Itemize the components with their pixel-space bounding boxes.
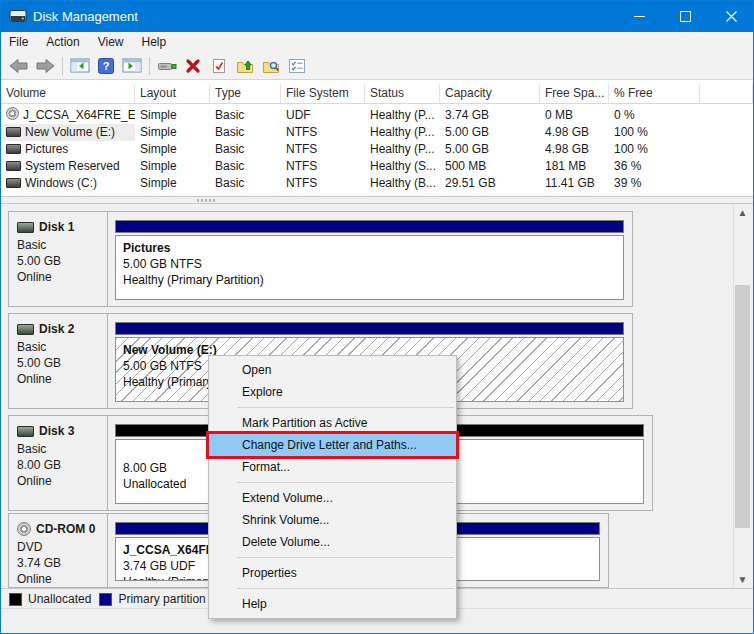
explore-folder-icon[interactable] xyxy=(259,55,283,77)
disk-size: 5.00 GB xyxy=(17,355,107,371)
cell-type: Basic xyxy=(210,107,281,124)
column-header-Free Spa...[interactable]: Free Spa... xyxy=(540,84,609,103)
disk-label[interactable]: Disk 2Basic5.00 GBOnline xyxy=(9,314,108,408)
menu-item-shrink-volume[interactable]: Shrink Volume... xyxy=(209,509,456,531)
cell-free: 4.98 GB xyxy=(540,124,609,141)
disk-kind: Basic xyxy=(17,441,107,457)
primary-partition-bar xyxy=(115,322,624,335)
column-header-Status[interactable]: Status xyxy=(365,84,440,103)
open-folder-icon[interactable] xyxy=(233,55,257,77)
cell-pct: 36 % xyxy=(609,158,700,175)
scroll-down-icon[interactable]: ▼ xyxy=(734,571,751,588)
column-header-File System[interactable]: File System xyxy=(281,84,365,103)
menu-item-mark-partition-as-active[interactable]: Mark Partition as Active xyxy=(209,412,456,434)
scroll-up-icon[interactable]: ▲ xyxy=(734,204,751,221)
cell-status: Healthy (P... xyxy=(365,141,440,158)
menu-item-explore[interactable]: Explore xyxy=(209,381,456,403)
menu-separator xyxy=(237,482,454,483)
mark-active-icon[interactable] xyxy=(207,55,231,77)
disk-label[interactable]: Disk 1Basic5.00 GBOnline xyxy=(9,212,108,306)
minimize-button[interactable] xyxy=(616,0,662,32)
disk-label[interactable]: CD-ROM 0DVD3.74 GBOnline xyxy=(9,514,108,587)
menu-separator xyxy=(237,407,454,408)
close-button[interactable] xyxy=(708,0,754,32)
volume-row-2[interactable]: New Volume (E:)SimpleBasicNTFSHealthy (P… xyxy=(1,124,753,141)
column-header-Volume[interactable]: Volume xyxy=(1,84,135,103)
cell-fs: NTFS xyxy=(281,175,365,192)
cell-capacity: 29.51 GB xyxy=(440,175,540,192)
partition-body[interactable]: Pictures5.00 GB NTFSHealthy (Primary Par… xyxy=(115,235,624,300)
disk-state: Online xyxy=(17,571,107,587)
menu-item-open[interactable]: Open xyxy=(209,359,456,381)
column-header-% Free[interactable]: % Free xyxy=(609,84,700,103)
menu-file[interactable]: File xyxy=(0,33,37,51)
menu-view[interactable]: View xyxy=(89,33,133,51)
cell-free: 11.41 GB xyxy=(540,175,609,192)
volume-name: J_CCSA_X64FRE_E... xyxy=(23,108,135,122)
volume-name: Windows (C:) xyxy=(25,176,97,190)
menu-item-delete-volume[interactable]: Delete Volume... xyxy=(209,531,456,553)
cell-fs: NTFS xyxy=(281,141,365,158)
legend-label: Unallocated xyxy=(28,592,91,606)
delete-volume-icon[interactable] xyxy=(181,55,205,77)
menu-item-extend-volume[interactable]: Extend Volume... xyxy=(209,487,456,509)
scrollbar-thumb[interactable] xyxy=(735,285,750,528)
drive-icon xyxy=(6,144,21,154)
disk-size: 3.74 GB xyxy=(17,555,107,571)
context-menu: OpenExploreMark Partition as ActiveChang… xyxy=(208,355,457,619)
cell-volume: J_CCSA_X64FRE_E... xyxy=(1,107,135,124)
column-header-blank[interactable] xyxy=(700,84,753,103)
svg-text:?: ? xyxy=(103,60,110,72)
drive-tool-icon[interactable] xyxy=(155,55,179,77)
disk-icon xyxy=(17,222,34,233)
disk-label[interactable]: Disk 3Basic8.00 GBOnline xyxy=(9,416,108,510)
forward-icon[interactable] xyxy=(33,55,57,77)
disk-state: Online xyxy=(17,269,107,285)
maximize-button[interactable] xyxy=(662,0,708,32)
column-header-Layout[interactable]: Layout xyxy=(135,84,210,103)
drive-icon xyxy=(6,161,21,171)
menu-help[interactable]: Help xyxy=(133,33,176,51)
partition-block[interactable]: Pictures5.00 GB NTFSHealthy (Primary Par… xyxy=(115,220,624,300)
pane-splitter[interactable] xyxy=(1,196,753,204)
cell-capacity: 3.74 GB xyxy=(440,107,540,124)
volume-row-1[interactable]: J_CCSA_X64FRE_E...SimpleBasicUDFHealthy … xyxy=(1,107,753,124)
disk-row-disk-1[interactable]: Disk 1Basic5.00 GBOnlinePictures5.00 GB … xyxy=(8,211,633,307)
volume-row-4[interactable]: System ReservedSimpleBasicNTFSHealthy (S… xyxy=(1,158,753,175)
vertical-scrollbar[interactable]: ▲ ▼ xyxy=(733,204,751,588)
menu-separator xyxy=(237,588,454,589)
menu-item-change-drive-letter-and-paths[interactable]: Change Drive Letter and Paths... xyxy=(209,434,456,456)
menu-action[interactable]: Action xyxy=(37,33,88,51)
cell-status: Healthy (P... xyxy=(365,124,440,141)
action-pane-icon[interactable] xyxy=(120,55,144,77)
back-icon[interactable] xyxy=(7,55,31,77)
menu-item-help[interactable]: Help xyxy=(209,593,456,615)
volume-name: New Volume (E:) xyxy=(25,125,115,139)
volume-name: Pictures xyxy=(25,142,68,156)
cell-fs: NTFS xyxy=(281,124,365,141)
volume-row-3[interactable]: PicturesSimpleBasicNTFSHealthy (P...5.00… xyxy=(1,141,753,158)
cell-layout: Simple xyxy=(135,158,210,175)
menu-item-properties[interactable]: Properties xyxy=(209,562,456,584)
partition-size: 5.00 GB NTFS xyxy=(123,256,623,272)
disk-size: 8.00 GB xyxy=(17,457,107,473)
legend-item: Primary partition xyxy=(99,592,205,606)
partition-title: Pictures xyxy=(123,240,623,256)
toolbar-separator xyxy=(62,57,63,75)
cell-type: Basic xyxy=(210,175,281,192)
disk-icon xyxy=(17,324,34,335)
volume-row-5[interactable]: Windows (C:)SimpleBasicNTFSHealthy (B...… xyxy=(1,175,753,192)
properties-list-icon[interactable] xyxy=(285,55,309,77)
help-icon[interactable]: ? xyxy=(94,55,118,77)
menu-bar: FileActionViewHelp xyxy=(0,32,754,53)
disk-kind: Basic xyxy=(17,339,107,355)
menu-item-format[interactable]: Format... xyxy=(209,456,456,478)
disk-name: Disk 1 xyxy=(39,220,74,234)
column-header-Type[interactable]: Type xyxy=(210,84,281,103)
drive-icon xyxy=(6,127,21,137)
cell-layout: Simple xyxy=(135,141,210,158)
disk-kind: DVD xyxy=(17,539,107,555)
column-header-Capacity[interactable]: Capacity xyxy=(440,84,540,103)
drive-icon xyxy=(6,178,21,188)
console-tree-icon[interactable] xyxy=(68,55,92,77)
